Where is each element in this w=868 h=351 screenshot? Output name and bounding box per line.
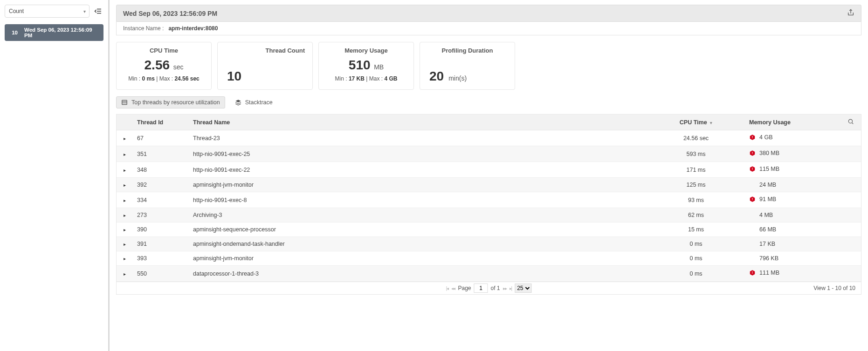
pager-summary: View 1 - 10 of 10 <box>813 285 855 291</box>
memory-usage: !380 MB <box>738 146 840 162</box>
thread-id: 391 <box>132 237 188 251</box>
cpu-time: 24.56 sec <box>654 130 738 146</box>
snapshot-item[interactable]: 10 Wed Sep 06, 2023 12:56:09 PM <box>5 24 103 41</box>
svg-point-8 <box>848 119 852 123</box>
col-label: CPU Time <box>680 119 707 126</box>
cpu-time: 125 ms <box>654 178 738 192</box>
pager-first[interactable]: |◂ <box>446 286 449 291</box>
card-value: 2.56 <box>145 58 170 72</box>
tab-top-threads[interactable]: Top threads by resource utilization <box>116 96 225 108</box>
col-thread-id[interactable]: Thread Id <box>132 115 188 130</box>
warning-icon: ! <box>749 150 756 156</box>
thread-name: Archiving-3 <box>188 208 654 223</box>
warning-icon: ! <box>749 196 756 202</box>
title-bar: Wed Sep 06, 2023 12:56:09 PM <box>116 5 861 22</box>
list-icon <box>121 99 128 106</box>
memory-usage: !111 MB <box>738 266 840 282</box>
sort-select-wrap: Count ▾ <box>5 5 90 18</box>
memory-usage: 24 MB <box>738 178 840 192</box>
svg-text:!: ! <box>752 151 753 155</box>
threads-table: Thread Id Thread Name CPU Time ▾ Memory … <box>116 114 861 295</box>
table-row: ▸273Archiving-362 ms4 MB <box>117 208 861 223</box>
pager: |◂ ◂◂ Page of 1 ▸▸ ▸| 25 View 1 - 10 of … <box>117 282 861 294</box>
pager-of-label: of 1 <box>491 285 500 291</box>
memory-usage: 66 MB <box>738 223 840 237</box>
col-cpu-time[interactable]: CPU Time ▾ <box>654 115 738 130</box>
svg-text:!: ! <box>752 135 753 139</box>
svg-text:!: ! <box>752 167 753 170</box>
main-content: Wed Sep 06, 2023 12:56:09 PM Instance Na… <box>110 0 868 351</box>
cpu-time: 0 ms <box>654 237 738 251</box>
table-row: ▸391apminsight-ondemand-task-handler0 ms… <box>117 237 861 251</box>
share-button[interactable] <box>847 9 854 18</box>
expand-row-icon[interactable]: ▸ <box>124 136 126 141</box>
card-value: 20 <box>429 69 444 84</box>
thread-name: http-nio-9091-exec-22 <box>188 162 654 178</box>
card-title: Thread Count <box>225 47 305 54</box>
thread-id: 351 <box>132 146 188 162</box>
min-value: 0 ms <box>142 75 155 82</box>
thread-name: http-nio-9091-exec-8 <box>188 192 654 208</box>
tab-label: Stacktrace <box>245 99 273 106</box>
warning-icon: ! <box>749 166 756 172</box>
thread-id: 393 <box>132 251 188 266</box>
svg-text:!: ! <box>752 271 753 274</box>
expand-row-icon[interactable]: ▸ <box>124 271 126 277</box>
expand-row-icon[interactable]: ▸ <box>124 152 126 157</box>
warning-icon: ! <box>749 270 756 276</box>
pager-page-input[interactable] <box>474 284 488 293</box>
snapshot-count: 10 <box>9 30 18 35</box>
sort-select[interactable]: Count <box>5 5 90 18</box>
table-row: ▸67Thread-2324.56 sec!4 GB <box>117 130 861 146</box>
expand-row-icon[interactable]: ▸ <box>124 213 126 218</box>
mem-value: 380 MB <box>759 150 779 156</box>
expand-row-icon[interactable]: ▸ <box>124 182 126 188</box>
sep: | <box>366 75 367 82</box>
expand-row-icon[interactable]: ▸ <box>124 168 126 173</box>
table-row: ▸392apminsight-jvm-monitor125 ms24 MB <box>117 178 861 192</box>
mem-value: 4 GB <box>759 134 773 141</box>
card-unit: sec <box>173 63 184 71</box>
tab-stacktrace[interactable]: Stacktrace <box>230 96 278 108</box>
table-row: ▸390apminsight-sequence-processor15 ms66… <box>117 223 861 237</box>
col-thread-name[interactable]: Thread Name <box>188 115 654 130</box>
expand-row-icon[interactable]: ▸ <box>124 198 126 203</box>
table-row: ▸550dataprocessor-1-thread-30 ms!111 MB <box>117 266 861 282</box>
cpu-time: 0 ms <box>654 266 738 282</box>
expand-row-icon[interactable]: ▸ <box>124 227 126 232</box>
card-profiling-duration: Profiling Duration 20 min(s) <box>420 42 515 90</box>
mem-value: 796 KB <box>759 255 778 262</box>
pager-last[interactable]: ▸| <box>510 286 512 291</box>
thread-id: 392 <box>132 178 188 192</box>
expand-row-icon[interactable]: ▸ <box>124 256 126 261</box>
thread-id: 67 <box>132 130 188 146</box>
thread-id: 334 <box>132 192 188 208</box>
mem-value: 4 MB <box>759 212 773 218</box>
card-value: 10 <box>225 69 305 84</box>
expand-row-icon[interactable]: ▸ <box>124 242 126 247</box>
sep: | <box>156 75 158 82</box>
svg-text:!: ! <box>752 197 753 201</box>
memory-usage: 796 KB <box>738 251 840 266</box>
pager-prev[interactable]: ◂◂ <box>451 286 455 291</box>
mem-value: 115 MB <box>759 166 779 172</box>
col-memory-usage[interactable]: Memory Usage <box>738 115 840 130</box>
warning-icon: ! <box>749 134 756 141</box>
card-memory-usage: Memory Usage 510 MB Min : 17 KB | Max : … <box>318 42 414 90</box>
pager-next[interactable]: ▸▸ <box>503 286 507 291</box>
thread-name: dataprocessor-1-thread-3 <box>188 266 654 282</box>
thread-id: 273 <box>132 208 188 223</box>
mem-value: 111 MB <box>759 270 779 276</box>
cpu-time: 593 ms <box>654 146 738 162</box>
search-icon[interactable] <box>847 118 854 125</box>
page-title: Wed Sep 06, 2023 12:56:09 PM <box>123 10 217 17</box>
min-label: Min : <box>335 75 347 82</box>
thread-id: 550 <box>132 266 188 282</box>
instance-label: Instance Name : <box>123 25 164 32</box>
table-row: ▸351http-nio-9091-exec-25593 ms!380 MB <box>117 146 861 162</box>
card-title: CPU Time <box>124 47 204 54</box>
pager-size-select[interactable]: 25 <box>515 284 531 293</box>
collapse-sidebar-button[interactable] <box>93 6 103 16</box>
summary-cards: CPU Time 2.56 sec Min : 0 ms | Max : 24.… <box>116 42 861 90</box>
min-label: Min : <box>128 75 140 82</box>
